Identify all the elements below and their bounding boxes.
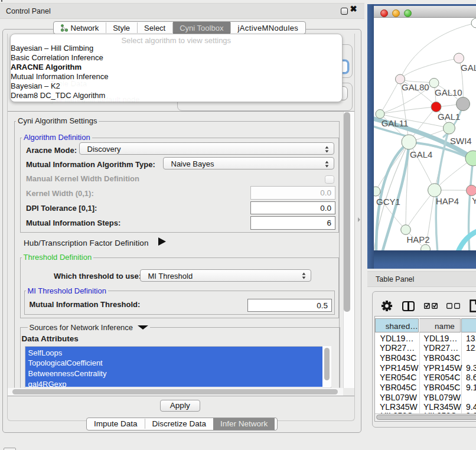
svg-text:SWI4: SWI4 xyxy=(450,136,472,146)
svg-text:GCY1: GCY1 xyxy=(376,197,400,207)
svg-text:HAP4: HAP4 xyxy=(436,196,459,206)
svg-text:HAP2: HAP2 xyxy=(407,234,430,244)
svg-text:GAL4: GAL4 xyxy=(410,149,432,159)
svg-text:GAL10: GAL10 xyxy=(435,87,462,97)
svg-text:GAL1: GAL1 xyxy=(438,112,460,122)
svg-text:GAL80: GAL80 xyxy=(402,82,429,92)
svg-text:YD: YD xyxy=(472,195,476,206)
svg-text:GAL7: GAL7 xyxy=(461,63,476,73)
svg-text:GAL11: GAL11 xyxy=(382,118,409,128)
